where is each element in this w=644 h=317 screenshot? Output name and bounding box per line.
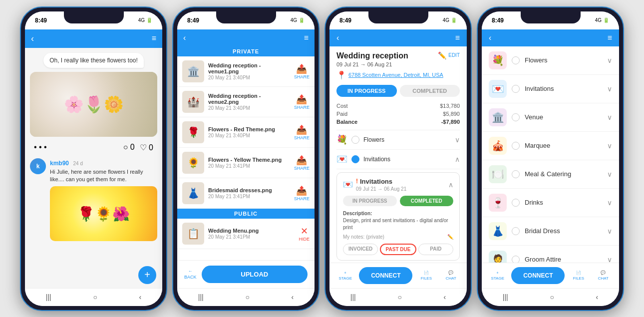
chat-menu-icon[interactable]: ≡ [152,34,156,43]
stage-label-4: STAGE [491,276,504,281]
service-bridal-dress[interactable]: 👗 Bridal Dress ∨ [482,217,619,246]
share-label-2[interactable]: SHARE [294,105,310,110]
meal-check[interactable] [512,170,520,178]
progress-tabs: IN PROGRESS COMPLETED [336,85,460,97]
files-back-action[interactable]: ← BACK [184,269,197,280]
chat-action-4[interactable]: 💬 CHAT [593,271,614,281]
more-options-icon[interactable]: • • • [34,143,47,152]
venue-expand[interactable]: ∨ [607,113,612,121]
invitations-service-name: Invitations [525,85,602,92]
chat-image-flowers-white [30,72,157,137]
file-thumb-4: 🌻 [182,152,204,174]
chat-action-3[interactable]: 💬 CHAT [440,271,462,281]
marquee-expand[interactable]: ∨ [607,142,612,150]
flowers-check[interactable] [512,56,520,64]
invitations-checkbox[interactable] [351,155,359,163]
chat-back-btn[interactable]: ‹ [31,33,34,44]
groom-check[interactable] [512,256,520,263]
share-label-1[interactable]: SHARE [294,74,310,79]
services-menu-icon[interactable]: ≡ [608,33,612,42]
service-marquee[interactable]: 🎪 Marquee ∨ [482,132,619,160]
stage-action-3[interactable]: + STAGE [334,271,356,281]
groom-expand[interactable]: ∨ [607,256,612,263]
location-text[interactable]: 6788 Scotten Avenue, Detroit, MI, USA [348,72,443,78]
drinks-check[interactable] [512,199,520,207]
hide-icon-6: ✕ [299,226,310,237]
nav-home-4[interactable]: ||| [503,293,508,301]
share-label-5[interactable]: SHARE [294,196,310,201]
invitations-check[interactable] [512,85,520,93]
status-bar-1: 8:49 4G 🔋 [25,11,162,29]
connect-button-4[interactable]: CONNECT [511,267,565,284]
nav-circle-3[interactable]: ○ [397,293,401,301]
like-icon[interactable]: ♡ 0 [140,143,153,152]
service-drinks[interactable]: 🍷 Drinks ∨ [482,189,619,217]
in-progress-tab[interactable]: IN PROGRESS [336,85,397,97]
share-label-4[interactable]: SHARE [294,166,310,171]
upload-button[interactable]: UPLOAD [202,266,308,283]
past-due-tab[interactable]: PAST DUE [380,244,416,255]
service-venue[interactable]: 🏛️ Venue ∨ [482,103,619,132]
service-meal-catering[interactable]: 🍽️ Meal & Catering ∨ [482,160,619,189]
invoiced-tab[interactable]: INVOICED [343,244,378,255]
flowers-expand-icon[interactable]: ∨ [455,136,460,144]
signal-2: 4G 🔋 [291,17,305,23]
connect-button-3[interactable]: CONNECT [359,267,412,284]
add-message-btn[interactable]: + [138,266,156,284]
file-item-6: 📋 Wedding Menu.png 20 May 21 3:41PM ✕ HI… [177,219,315,249]
chat-username[interactable]: kmb90 [50,160,69,167]
detail-menu-icon[interactable]: ≡ [455,33,460,42]
services-back-btn[interactable]: ‹ [489,33,491,42]
hide-label-6[interactable]: HIDE [299,237,310,242]
edit-label[interactable]: EDIT [448,52,460,58]
flowers-expand[interactable]: ∨ [607,56,612,64]
nav-home-1[interactable]: ||| [46,293,51,301]
marquee-check[interactable] [512,142,520,150]
nav-back-1[interactable]: ‹ [139,293,141,301]
files-back-btn[interactable]: ‹ [183,33,186,42]
cost-row: Cost $13,780 [336,102,460,110]
meal-expand[interactable]: ∨ [607,170,612,178]
invitations-expand-icon[interactable]: ∧ [455,155,460,163]
bridal-check[interactable] [512,227,520,235]
checklist-invitations[interactable]: 💌 Invitations ∧ [336,150,460,169]
inv-collapse-btn[interactable]: ∧ [448,181,453,189]
share-icon-2: 📤 [294,94,310,105]
meal-service-name: Meal & Catering [525,170,602,178]
completed-tab[interactable]: COMPLETED [400,85,460,97]
paid-tab[interactable]: PAID [418,244,453,255]
share-label-3[interactable]: SHARE [294,135,310,140]
nav-home-3[interactable]: ||| [350,293,356,301]
wedding-dates: 09 Jul 21 → 06 Aug 21 [336,61,408,67]
comment-icon[interactable]: ○ 0 [123,143,135,152]
nav-back-2[interactable]: ‹ [291,293,294,301]
nav-circle-4[interactable]: ○ [550,293,554,301]
stage-label-3: STAGE [338,276,352,281]
checklist-flowers[interactable]: 💐 Flowers ∨ [336,130,460,150]
drinks-service-icon: 🍷 [489,194,507,212]
service-flowers[interactable]: 💐 Flowers ∨ [482,46,619,75]
nav-circle-1[interactable]: ○ [93,293,97,301]
inv-notes-edit-icon[interactable]: ✏️ [447,234,453,240]
file-date-4: 20 May 21 3:41PM [208,163,290,169]
files-action-4[interactable]: 📄 FILES [568,271,589,281]
inv-in-progress-tab[interactable]: IN PROGRESS [343,196,397,206]
files-menu-icon[interactable]: ≡ [304,33,309,42]
bottom-nav-2: ||| ○ ‹ [177,288,315,306]
nav-home-2[interactable]: ||| [198,293,204,301]
bridal-expand[interactable]: ∨ [607,227,612,235]
inv-completed-tab[interactable]: COMPLETED [400,196,454,206]
stage-action-4[interactable]: + STAGE [487,271,508,281]
invitations-expand[interactable]: ∨ [607,85,612,93]
service-groom-attire[interactable]: 🤵 Groom Attire ∨ [482,246,619,263]
flowers-checkbox[interactable] [351,136,359,144]
nav-circle-2[interactable]: ○ [245,293,249,301]
files-action-3[interactable]: 📄 FILES [415,271,437,281]
detail-back-btn[interactable]: ‹ [336,33,339,42]
service-invitations[interactable]: 💌 Invitations ∨ [482,75,619,103]
nav-back-4[interactable]: ‹ [596,293,598,301]
drinks-expand[interactable]: ∨ [607,199,612,207]
file-list: 🏛️ Wedding reception - venue1.png 20 May… [177,56,315,260]
nav-back-3[interactable]: ‹ [443,293,446,301]
venue-check[interactable] [512,113,520,121]
